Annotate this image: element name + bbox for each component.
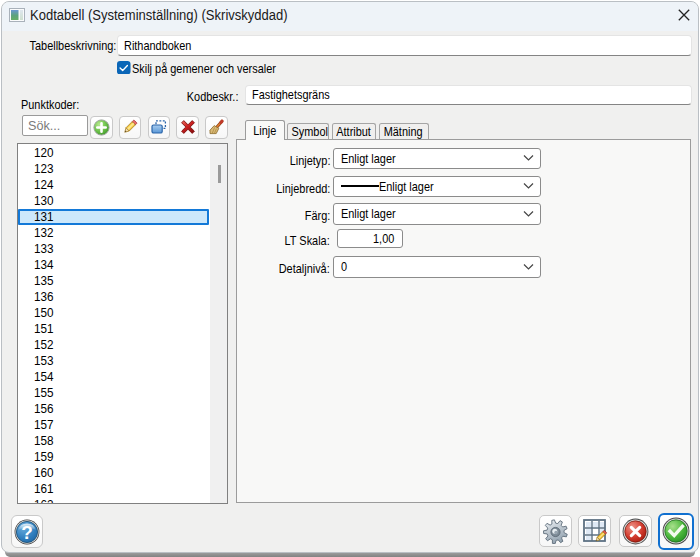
svg-text:?: ? <box>21 521 33 542</box>
